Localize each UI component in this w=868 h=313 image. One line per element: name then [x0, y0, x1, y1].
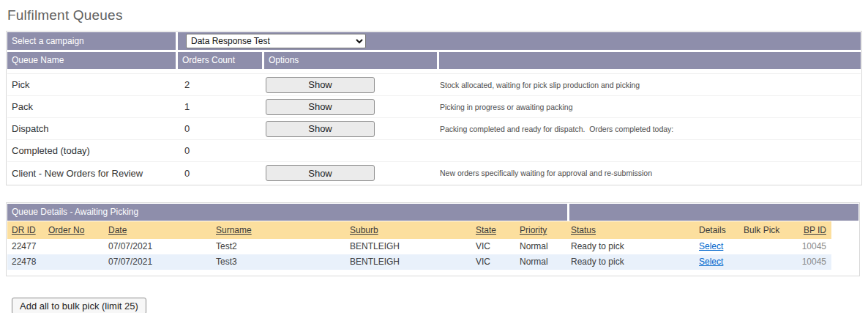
queue-row-client-review: Client - New Orders for Review 0 Show Ne… [7, 162, 861, 184]
queue-details-title-empty [569, 204, 858, 221]
col-header-status[interactable]: Status [566, 221, 695, 239]
fulfilment-queues-page: Fulfilment Queues Select a campaign Data… [0, 0, 868, 313]
col-header-bulk-pick: Bulk Pick [739, 221, 783, 239]
cell-state: VIC [471, 254, 515, 270]
show-button-client-review[interactable]: Show [266, 165, 375, 181]
queue-count: 0 [176, 168, 260, 179]
cell-bp-id: 10045 [783, 254, 831, 270]
show-button-pick[interactable]: Show [266, 77, 375, 93]
queue-name: Client - New Orders for Review [7, 168, 176, 179]
cell-priority: Normal [515, 239, 566, 254]
col-header-priority[interactable]: Priority [515, 221, 566, 239]
header-orders-count: Orders Count [178, 52, 262, 69]
header-empty [439, 52, 861, 69]
cell-suburb: BENTLEIGH [345, 254, 471, 270]
queue-details-section: Queue Details - Awaiting Picking DR ID O… [6, 202, 860, 276]
col-header-state[interactable]: State [471, 221, 515, 239]
cell-date: 07/07/2021 [104, 254, 212, 270]
cell-status: Ready to pick [566, 254, 695, 270]
show-button-dispatch[interactable]: Show [266, 121, 375, 137]
col-header-surname[interactable]: Surname [212, 221, 345, 239]
details-row-22477: 22477 07/07/2021 Test2 BENTLEIGH VIC Nor… [7, 239, 831, 254]
cell-date: 07/07/2021 [104, 239, 212, 254]
queue-description: Packing completed and ready for dispatch… [433, 125, 861, 133]
cell-dr-id: 22478 [7, 254, 44, 270]
queue-details-title: Queue Details - Awaiting Picking [7, 204, 567, 221]
queue-name: Pack [7, 101, 176, 112]
col-header-order-no[interactable]: Order No [44, 221, 104, 239]
cell-suburb: BENTLEIGH [345, 239, 471, 254]
col-header-suburb[interactable]: Suburb [345, 221, 471, 239]
queue-count: 2 [176, 79, 260, 90]
cell-status: Ready to pick [566, 239, 695, 254]
cell-dr-id: 22477 [7, 239, 44, 254]
header-options: Options [264, 52, 437, 69]
header-queue-name: Queue Name [7, 52, 176, 69]
add-all-bulk-pick-button[interactable]: Add all to bulk pick (limit 25) [12, 298, 146, 313]
cell-priority: Normal [515, 254, 566, 270]
cell-bulk-pick [739, 239, 783, 254]
queue-name: Dispatch [7, 123, 176, 134]
campaign-row: Select a campaign Data Response Test [7, 32, 861, 50]
col-header-dr-id[interactable]: DR ID [7, 221, 44, 239]
cell-state: VIC [471, 239, 515, 254]
col-header-bp-id[interactable]: BP ID [783, 221, 831, 239]
queues-spacer [7, 69, 861, 74]
cell-surname: Test2 [212, 239, 345, 254]
cell-surname: Test3 [212, 254, 345, 270]
campaign-select-cell: Data Response Test [178, 32, 861, 50]
queue-details-title-bar: Queue Details - Awaiting Picking [7, 204, 858, 221]
queue-name: Completed (today) [7, 145, 176, 156]
queues-header-row: Queue Name Orders Count Options [7, 52, 861, 69]
details-bottom-spacer [7, 270, 858, 275]
queue-name: Pick [7, 79, 176, 90]
queue-count: 1 [176, 101, 260, 112]
cell-bulk-pick [739, 254, 783, 270]
page-title: Fulfilment Queues [7, 7, 862, 23]
queue-row-pick: Pick 2 Show Stock allocated, waiting for… [7, 74, 861, 96]
cell-order-no [44, 254, 104, 270]
details-row-22478: 22478 07/07/2021 Test3 BENTLEIGH VIC Nor… [7, 254, 831, 270]
queue-description: Stock allocated, waiting for pick slip p… [433, 81, 861, 89]
show-button-pack[interactable]: Show [266, 99, 375, 115]
queue-row-dispatch: Dispatch 0 Show Packing completed and re… [7, 118, 861, 140]
details-header-row: DR ID Order No Date Surname Suburb State… [7, 221, 831, 239]
queue-description: Picking in progress or awaiting packing [433, 103, 861, 111]
campaign-select[interactable]: Data Response Test [186, 34, 366, 48]
cell-order-no [44, 239, 104, 254]
select-link[interactable]: Select [699, 241, 723, 251]
queue-row-pack: Pack 1 Show Picking in progress or await… [7, 96, 861, 118]
queue-description: New orders specifically waiting for appr… [433, 169, 861, 177]
queues-section: Select a campaign Data Response Test Que… [6, 31, 862, 185]
campaign-label: Select a campaign [7, 32, 176, 50]
queue-details-table: DR ID Order No Date Surname Suburb State… [7, 221, 831, 270]
queue-count: 0 [176, 123, 260, 134]
queue-row-completed-today: Completed (today) 0 [7, 140, 861, 162]
select-link[interactable]: Select [699, 257, 723, 267]
cell-bp-id: 10045 [783, 239, 831, 254]
col-header-details: Details [695, 221, 739, 239]
queue-count: 0 [176, 145, 260, 156]
col-header-date[interactable]: Date [104, 221, 212, 239]
